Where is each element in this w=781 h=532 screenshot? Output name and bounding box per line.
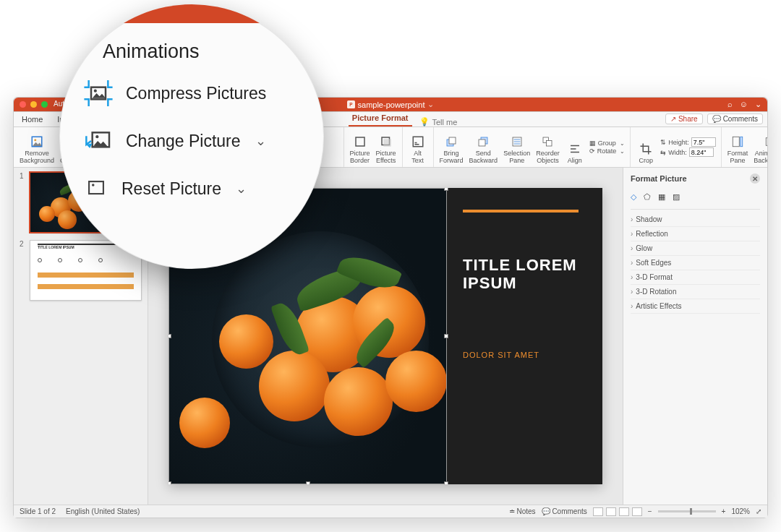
chevron-down-icon: ⌄ — [255, 133, 266, 149]
tell-me[interactable]: 💡 Tell me — [419, 117, 458, 126]
fill-icon[interactable]: ◇ — [631, 192, 636, 202]
picture-effects-button[interactable]: Picture Effects — [373, 129, 399, 166]
magnifier-compress-pictures[interactable]: Compress Pictures — [84, 79, 304, 108]
svg-text:P: P — [349, 102, 353, 107]
slide-text-panel: TITLE LOREM IPSUM DOLOR SIT AMET — [447, 188, 602, 484]
pane-category-icons: ◇ ⬠ ▦ ▨ — [631, 189, 760, 210]
svg-point-23 — [92, 184, 95, 186]
app-icon: P — [347, 100, 355, 108]
zoom-value[interactable]: 102% — [731, 507, 750, 515]
view-buttons[interactable] — [593, 507, 642, 516]
effects-icon[interactable]: ⬠ — [644, 192, 651, 202]
tab-picture-format[interactable]: Picture Format — [349, 111, 412, 126]
tab-home[interactable]: Home — [18, 113, 46, 126]
svg-rect-17 — [767, 138, 767, 146]
send-backward-button[interactable]: Send Backward — [466, 129, 501, 166]
accordion-3d-format[interactable]: 3-D Format — [631, 270, 760, 285]
format-picture-pane: Format Picture ✕ ◇ ⬠ ▦ ▨ Shadow Reflecti… — [623, 168, 767, 505]
slide-title: TITLE LOREM IPSUM — [463, 256, 586, 293]
notes-button[interactable]: ≐ Notes — [509, 507, 536, 515]
accordion-soft-edges[interactable]: Soft Edges — [631, 256, 760, 270]
account-icon[interactable]: ☺ — [740, 100, 748, 109]
accordion-artistic-effects[interactable]: Artistic Effects — [631, 299, 760, 314]
selection-pane-button[interactable]: Selection Pane — [500, 129, 533, 166]
group-button[interactable]: ▦Group⌄ — [589, 140, 626, 147]
close-icon[interactable] — [20, 101, 26, 108]
search-icon[interactable]: ⌕ — [727, 100, 733, 109]
border-icon — [353, 134, 367, 149]
svg-rect-22 — [89, 181, 103, 194]
crop-icon — [639, 142, 653, 156]
picture-border-button[interactable]: Picture Border — [347, 129, 373, 166]
size-icon[interactable]: ▦ — [658, 192, 665, 202]
accordion-glow[interactable]: Glow — [631, 241, 760, 256]
height-field[interactable]: ⇅Height: — [660, 137, 716, 147]
pane-title: Format Picture — [631, 174, 687, 183]
svg-rect-6 — [383, 139, 391, 147]
width-field[interactable]: ⇆Width: — [660, 147, 716, 157]
change-picture-icon — [84, 126, 113, 155]
rotate-button[interactable]: ⟳Rotate⌄ — [589, 147, 626, 155]
magnifier-reset-picture[interactable]: Reset Picture ⌄ — [84, 174, 304, 203]
remove-background-button[interactable]: Remove Background — [17, 129, 57, 166]
alttext-icon — [411, 134, 425, 149]
magnifier-callout: Animations Compress Pictures Change Pict… — [59, 4, 324, 269]
format-pane-button[interactable]: Format Pane — [725, 129, 751, 166]
language-indicator[interactable]: English (United States) — [66, 507, 140, 515]
svg-rect-9 — [449, 137, 456, 144]
share-icon: ↗ — [670, 115, 676, 123]
remove-bg-icon — [30, 134, 44, 149]
width-icon: ⇆ — [660, 149, 666, 156]
send-backward-icon — [476, 134, 490, 149]
titlebar-right: ⌕ ☺ ⌄ — [727, 100, 761, 109]
svg-rect-14 — [547, 141, 552, 147]
fit-button[interactable]: ⤢ — [756, 507, 761, 515]
accordion-3d-rotation[interactable]: 3-D Rotation — [631, 285, 760, 299]
svg-point-19 — [94, 90, 97, 93]
animatebg-icon — [764, 134, 767, 149]
close-pane-button[interactable]: ✕ — [750, 173, 760, 184]
svg-rect-4 — [356, 137, 364, 146]
maximize-icon[interactable] — [41, 101, 48, 108]
crop-button[interactable]: Crop — [633, 129, 658, 166]
share-button[interactable]: ↗Share — [665, 113, 703, 124]
group-icon: ▦ — [589, 140, 596, 147]
comment-icon: 💬 — [712, 115, 721, 123]
slide-subtitle: DOLOR SIT AMET — [463, 351, 586, 359]
accordion-shadow[interactable]: Shadow — [631, 213, 760, 227]
reset-picture-icon — [84, 174, 108, 203]
bring-forward-button[interactable]: Bring Forward — [437, 129, 466, 166]
align-button[interactable]: Align — [563, 129, 587, 166]
svg-rect-16 — [741, 137, 743, 147]
picture-icon[interactable]: ▨ — [673, 192, 680, 202]
alt-text-button[interactable]: Alt Text — [406, 129, 430, 166]
animate-background-button[interactable]: Animate as Background — [751, 129, 767, 166]
magnifier-tab-animations: Animations — [103, 40, 304, 63]
accordion-reflection[interactable]: Reflection — [631, 227, 760, 241]
zoom-slider[interactable] — [658, 510, 716, 512]
comments-button[interactable]: 💬Comments — [707, 113, 763, 124]
comments-status-button[interactable]: 💬 Comments — [542, 507, 587, 515]
bulb-icon: 💡 — [419, 117, 430, 126]
zoom-in-button[interactable]: + — [722, 507, 726, 515]
height-input[interactable] — [691, 137, 716, 147]
width-input[interactable] — [689, 147, 714, 157]
svg-rect-7 — [413, 137, 423, 147]
reorder-objects-button[interactable]: Reorder Objects — [533, 129, 563, 166]
align-icon — [568, 142, 582, 156]
magnifier-change-picture[interactable]: Change Picture ⌄ — [84, 126, 304, 155]
svg-rect-15 — [733, 137, 739, 147]
reorder-icon — [540, 134, 555, 149]
accent-bar — [463, 210, 579, 213]
bring-forward-icon — [444, 134, 458, 149]
chevron-icon[interactable]: ⌄ — [755, 100, 761, 109]
effects-icon — [379, 134, 393, 149]
svg-rect-0 — [347, 100, 355, 108]
window-controls[interactable] — [20, 101, 48, 108]
formatpane-icon — [730, 134, 745, 149]
minimize-icon[interactable] — [30, 101, 37, 108]
svg-point-21 — [95, 135, 98, 138]
zoom-out-button[interactable]: − — [648, 507, 652, 515]
height-icon: ⇅ — [660, 139, 666, 146]
status-bar: Slide 1 of 2 English (United States) ≐ N… — [14, 505, 767, 518]
